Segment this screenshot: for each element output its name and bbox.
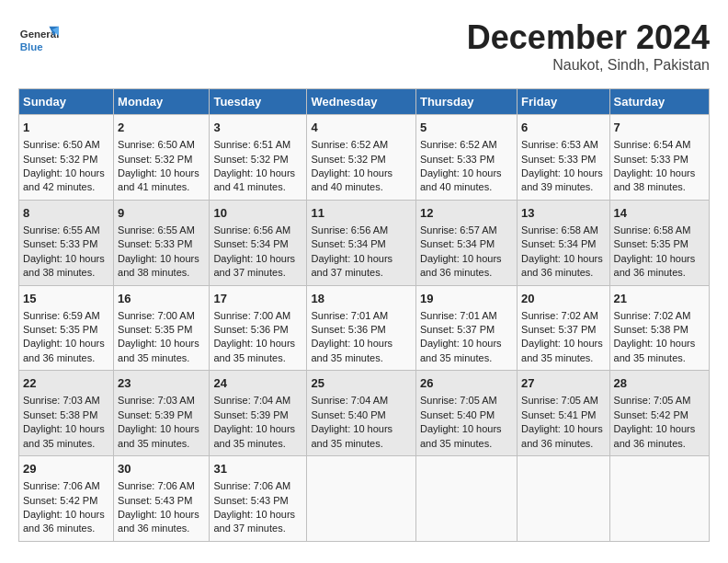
calendar-week-5: 29Sunrise: 7:06 AMSunset: 5:42 PMDayligh…	[19, 456, 710, 542]
day-number: 17	[213, 291, 302, 307]
calendar-cell: 31Sunrise: 7:06 AMSunset: 5:43 PMDayligh…	[210, 456, 307, 542]
sunset: Sunset: 5:35 PM	[118, 324, 192, 335]
day-header-monday: Monday	[114, 89, 210, 115]
sunset: Sunset: 5:33 PM	[118, 238, 192, 249]
calendar-cell: 3Sunrise: 6:51 AMSunset: 5:32 PMDaylight…	[210, 115, 307, 201]
calendar-cell: 29Sunrise: 7:06 AMSunset: 5:42 PMDayligh…	[19, 456, 114, 542]
sunset: Sunset: 5:33 PM	[23, 238, 97, 249]
calendar-cell: 25Sunrise: 7:04 AMSunset: 5:40 PMDayligh…	[307, 371, 416, 456]
sunrise: Sunrise: 7:02 AM	[521, 310, 598, 321]
daylight: Daylight: 10 hours and 35 minutes.	[23, 423, 105, 448]
sunrise: Sunrise: 7:03 AM	[118, 395, 195, 406]
daylight: Daylight: 10 hours and 41 minutes.	[213, 167, 295, 192]
day-number: 13	[521, 205, 605, 222]
day-number: 23	[118, 375, 205, 392]
day-number: 30	[118, 461, 205, 477]
sunrise: Sunrise: 6:59 AM	[23, 310, 100, 321]
calendar-cell: 2Sunrise: 6:50 AMSunset: 5:32 PMDaylight…	[114, 115, 210, 201]
sunrise: Sunrise: 6:55 AM	[23, 224, 100, 236]
day-number: 26	[420, 375, 513, 392]
calendar-cell: 24Sunrise: 7:04 AMSunset: 5:39 PMDayligh…	[210, 371, 307, 456]
daylight: Daylight: 10 hours and 35 minutes.	[311, 423, 392, 448]
daylight: Daylight: 10 hours and 36 minutes.	[521, 423, 603, 448]
calendar-week-2: 8Sunrise: 6:55 AMSunset: 5:33 PMDaylight…	[19, 200, 710, 285]
day-number: 8	[23, 205, 109, 222]
sunrise: Sunrise: 7:06 AM	[213, 480, 290, 491]
sunrise: Sunrise: 7:01 AM	[420, 310, 497, 321]
calendar-cell: 7Sunrise: 6:54 AMSunset: 5:33 PMDaylight…	[609, 115, 709, 201]
day-number: 28	[614, 375, 705, 392]
calendar-cell: 28Sunrise: 7:05 AMSunset: 5:42 PMDayligh…	[609, 371, 709, 456]
day-header-saturday: Saturday	[609, 89, 709, 115]
logo: General Blue	[18, 18, 59, 59]
day-number: 29	[23, 461, 109, 477]
daylight: Daylight: 10 hours and 37 minutes.	[213, 253, 295, 278]
calendar-cell: 30Sunrise: 7:06 AMSunset: 5:43 PMDayligh…	[114, 456, 210, 542]
daylight: Daylight: 10 hours and 39 minutes.	[521, 167, 603, 192]
daylight: Daylight: 10 hours and 35 minutes.	[311, 338, 392, 362]
daylight: Daylight: 10 hours and 37 minutes.	[213, 509, 295, 534]
sunset: Sunset: 5:33 PM	[420, 154, 495, 165]
day-number: 22	[23, 375, 109, 392]
sunrise: Sunrise: 7:04 AM	[311, 395, 388, 406]
sunrise: Sunrise: 6:50 AM	[118, 139, 195, 150]
logo-icon: General Blue	[18, 18, 59, 59]
day-number: 19	[420, 291, 513, 307]
day-number: 2	[118, 120, 205, 136]
sunset: Sunset: 5:34 PM	[213, 238, 288, 249]
calendar-cell: 12Sunrise: 6:57 AMSunset: 5:34 PMDayligh…	[415, 200, 517, 285]
day-number: 16	[118, 291, 205, 307]
day-number: 6	[521, 120, 605, 136]
daylight: Daylight: 10 hours and 35 minutes.	[420, 338, 502, 362]
calendar-week-4: 22Sunrise: 7:03 AMSunset: 5:38 PMDayligh…	[19, 371, 710, 456]
daylight: Daylight: 10 hours and 35 minutes.	[521, 338, 603, 362]
daylight: Daylight: 10 hours and 40 minutes.	[311, 167, 392, 192]
sunset: Sunset: 5:35 PM	[23, 324, 97, 335]
daylight: Daylight: 10 hours and 35 minutes.	[118, 338, 199, 362]
sunrise: Sunrise: 7:05 AM	[614, 395, 691, 406]
sunrise: Sunrise: 6:53 AM	[521, 139, 598, 150]
calendar-cell: 19Sunrise: 7:01 AMSunset: 5:37 PMDayligh…	[415, 285, 517, 371]
day-number: 7	[614, 120, 705, 136]
sunrise: Sunrise: 6:52 AM	[420, 139, 497, 150]
day-number: 4	[311, 120, 412, 136]
day-number: 3	[213, 120, 302, 136]
day-number: 21	[614, 291, 705, 307]
sunrise: Sunrise: 7:06 AM	[118, 480, 195, 491]
sunrise: Sunrise: 6:58 AM	[521, 224, 598, 236]
calendar-cell: 17Sunrise: 7:00 AMSunset: 5:36 PMDayligh…	[210, 285, 307, 371]
sunrise: Sunrise: 6:50 AM	[23, 139, 100, 150]
sunrise: Sunrise: 7:05 AM	[521, 395, 598, 406]
day-number: 18	[311, 291, 412, 307]
sunset: Sunset: 5:43 PM	[118, 495, 192, 506]
sunset: Sunset: 5:33 PM	[614, 154, 688, 165]
daylight: Daylight: 10 hours and 35 minutes.	[118, 423, 199, 448]
day-number: 15	[23, 291, 109, 307]
day-number: 20	[521, 291, 605, 307]
sunset: Sunset: 5:34 PM	[521, 238, 596, 249]
sunrise: Sunrise: 7:05 AM	[420, 395, 497, 406]
day-number: 10	[213, 205, 302, 222]
daylight: Daylight: 10 hours and 35 minutes.	[213, 423, 295, 448]
sunset: Sunset: 5:42 PM	[614, 409, 688, 420]
sunset: Sunset: 5:41 PM	[521, 409, 596, 420]
calendar-week-1: 1Sunrise: 6:50 AMSunset: 5:32 PMDaylight…	[19, 115, 710, 201]
calendar-cell: 8Sunrise: 6:55 AMSunset: 5:33 PMDaylight…	[19, 200, 114, 285]
day-number: 1	[23, 120, 109, 136]
daylight: Daylight: 10 hours and 36 minutes.	[420, 253, 502, 278]
daylight: Daylight: 10 hours and 38 minutes.	[614, 167, 696, 192]
day-header-thursday: Thursday	[415, 89, 517, 115]
sunrise: Sunrise: 7:06 AM	[23, 480, 100, 491]
day-number: 14	[614, 205, 705, 222]
calendar-cell: 6Sunrise: 6:53 AMSunset: 5:33 PMDaylight…	[518, 115, 609, 201]
daylight: Daylight: 10 hours and 36 minutes.	[614, 423, 696, 448]
calendar-week-3: 15Sunrise: 6:59 AMSunset: 5:35 PMDayligh…	[19, 285, 710, 371]
daylight: Daylight: 10 hours and 36 minutes.	[614, 253, 696, 278]
sunset: Sunset: 5:38 PM	[23, 409, 97, 420]
calendar-cell	[518, 456, 609, 542]
sunset: Sunset: 5:36 PM	[311, 324, 385, 335]
daylight: Daylight: 10 hours and 41 minutes.	[118, 167, 199, 192]
page-header: General Blue December 2024 Naukot, Sindh…	[18, 18, 710, 74]
calendar-cell: 10Sunrise: 6:56 AMSunset: 5:34 PMDayligh…	[210, 200, 307, 285]
daylight: Daylight: 10 hours and 38 minutes.	[23, 253, 105, 278]
